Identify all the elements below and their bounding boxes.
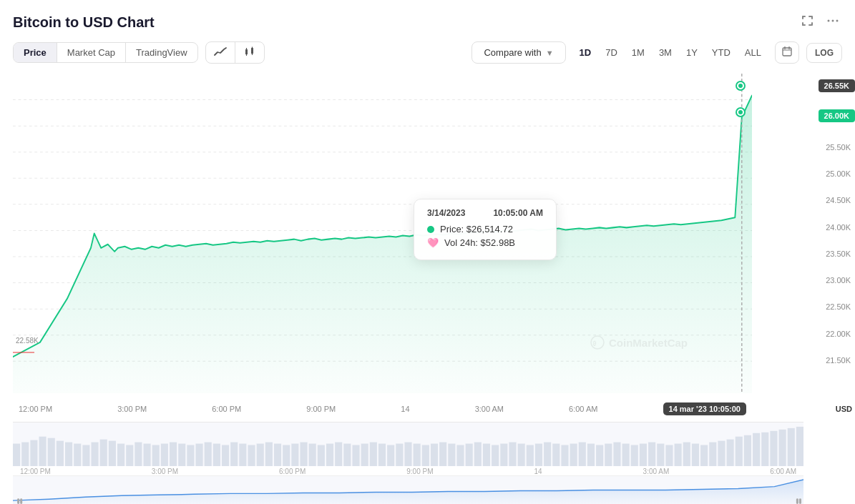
svg-rect-11 [245,49,248,54]
x-badge: 14 mar '23 10:05:00 [663,402,746,415]
svg-rect-89 [483,444,490,466]
period-ytd[interactable]: YTD [705,43,737,62]
svg-rect-66 [283,445,290,466]
mini-x-300pm: 3:00 PM [152,468,178,475]
mini-x-600am: 6:00 AM [770,468,796,475]
svg-rect-125 [796,427,803,466]
crosshair-dot-bottom [737,109,744,116]
y-23-5k: 23.50K [803,250,851,258]
y-24k: 24.00K [803,224,851,232]
period-all[interactable]: ALL [738,43,768,62]
svg-rect-36 [21,443,29,466]
tooltip-heart-icon: 🩷 [427,237,439,248]
svg-rect-17 [783,48,791,56]
svg-rect-126 [17,498,19,504]
svg-point-8 [828,20,830,22]
svg-rect-114 [700,445,708,466]
svg-rect-104 [613,443,620,466]
tooltip-vol-row: 🩷 Vol 24h: $52.98B [427,237,543,248]
mini-chart-area [13,422,803,466]
y-21-5k: 21.50K [803,357,851,365]
period-group: 1D 7D 1M 3M 1Y YTD ALL [573,43,768,62]
y-24-5k: 24.50K [803,197,851,204]
svg-rect-84 [439,443,446,466]
svg-rect-1 [802,16,803,19]
svg-point-10 [836,20,839,22]
svg-rect-120 [753,433,760,466]
y-25k: 25.00K [803,170,851,178]
compare-with-button[interactable]: Compare with ▼ [472,41,565,64]
svg-rect-67 [291,444,298,466]
svg-rect-121 [761,433,768,466]
svg-rect-103 [605,444,612,466]
svg-point-9 [832,20,834,22]
mini-x-1200pm: 12:00 PM [20,468,51,475]
more-options-button[interactable] [824,13,842,31]
svg-rect-82 [422,445,429,466]
calendar-button[interactable] [775,41,799,64]
svg-rect-105 [622,444,630,466]
tooltip-date: 3/14/2023 [427,208,465,218]
svg-rect-46 [109,441,116,466]
tab-marketcap[interactable]: Market Cap [57,43,126,62]
chart-style-group [205,41,265,64]
tab-tradingview[interactable]: TradingView [126,43,197,62]
period-1m[interactable]: 1M [625,43,651,62]
chevron-down-icon: ▼ [546,49,554,57]
mini-line-chart [13,475,803,504]
svg-rect-99 [570,444,577,466]
svg-rect-63 [257,444,264,466]
svg-rect-59 [222,445,229,466]
svg-rect-74 [352,445,359,466]
svg-rect-42 [74,444,81,466]
toolbar-row: Price Market Cap TradingView Compare wit… [13,41,855,64]
svg-rect-109 [657,444,664,466]
svg-rect-60 [230,443,238,466]
svg-rect-83 [431,444,438,466]
tooltip-price-row: Price: $26,514.72 [427,224,543,234]
period-1d[interactable]: 1D [573,43,598,62]
line-chart-icon-button[interactable] [206,42,235,63]
log-button[interactable]: LOG [806,43,842,63]
svg-rect-44 [91,443,98,466]
svg-rect-81 [414,444,421,466]
page-title: Bitcoin to USD Chart [13,14,155,31]
svg-rect-69 [309,444,316,466]
svg-rect-47 [117,444,124,466]
svg-rect-7 [811,22,813,26]
svg-rect-87 [466,444,473,466]
svg-rect-127 [20,498,22,504]
mini-x-axis: 12:00 PM 3:00 PM 6:00 PM 9:00 PM 14 3:00… [13,466,803,475]
expand-icon-button[interactable] [798,13,816,31]
tooltip-header: 3/14/2023 10:05:00 AM [427,208,543,218]
period-1y[interactable]: 1Y [680,43,704,62]
svg-rect-122 [770,431,777,466]
svg-text:₿: ₿ [592,340,597,347]
svg-rect-53 [170,443,177,466]
svg-rect-79 [396,444,403,466]
svg-rect-128 [796,498,798,504]
left-price-label: 22.58K [16,337,39,345]
svg-rect-106 [631,445,638,466]
svg-rect-76 [370,443,377,466]
svg-rect-73 [343,444,351,466]
x-label-600pm: 6:00 PM [212,405,241,413]
svg-rect-54 [178,444,185,466]
svg-rect-37 [30,440,37,466]
mini-x-14: 14 [534,468,542,475]
svg-rect-41 [65,443,72,466]
period-7d[interactable]: 7D [599,43,624,62]
tab-price[interactable]: Price [14,43,57,62]
candle-chart-icon-button[interactable] [235,42,264,63]
compare-with-label: Compare with [484,47,541,58]
svg-rect-91 [500,444,507,466]
svg-rect-118 [736,437,743,466]
svg-rect-93 [518,444,525,466]
svg-rect-70 [318,445,325,466]
x-axis: 12:00 PM 3:00 PM 6:00 PM 9:00 PM 14 3:00… [13,396,752,422]
svg-rect-38 [39,437,46,466]
period-3m[interactable]: 3M [653,43,678,62]
svg-rect-102 [596,445,603,466]
chart-container: Bitcoin to USD Chart Price Market Cap Tr… [0,0,855,504]
svg-rect-113 [692,444,699,466]
